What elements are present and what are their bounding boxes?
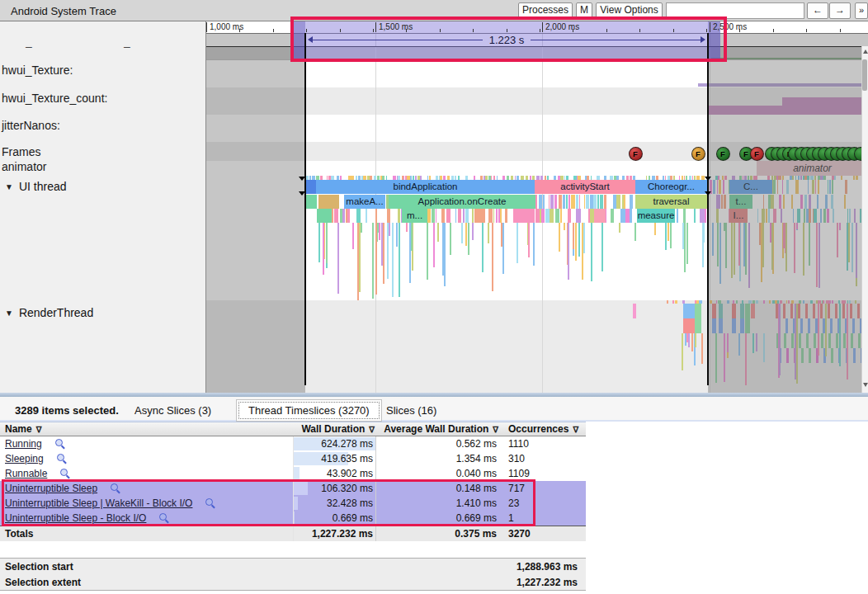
- trace-slice[interactable]: [622, 176, 625, 180]
- trace-slice[interactable]: [517, 223, 518, 263]
- trace-slice[interactable]: [382, 176, 384, 180]
- collapse-arrow-icon[interactable]: ▼: [5, 309, 13, 318]
- trace-slice[interactable]: [575, 223, 577, 261]
- scroll-up-icon[interactable]: [863, 50, 868, 54]
- selection-boundary-left[interactable]: [304, 33, 306, 385]
- trace-slice[interactable]: [702, 223, 704, 267]
- slice-bindApplication[interactable]: bindApplication: [316, 180, 535, 194]
- frame-marker-green[interactable]: F: [716, 147, 730, 161]
- trace-slice[interactable]: [331, 176, 334, 180]
- trace-slice[interactable]: [576, 209, 581, 223]
- table-row[interactable]: Sleeping419.635 ms1.354 ms310: [0, 451, 586, 466]
- trace-slice[interactable]: [496, 209, 498, 223]
- trace-slice[interactable]: [563, 195, 565, 209]
- trace-slice[interactable]: [493, 209, 494, 223]
- trace-slice[interactable]: [337, 176, 339, 180]
- trace-slice[interactable]: [695, 304, 701, 333]
- magnifier-icon[interactable]: [57, 454, 67, 464]
- slice-makeApplication[interactable]: makeA...: [344, 195, 385, 209]
- trace-slice[interactable]: [474, 209, 485, 223]
- collapsed-counter-dash[interactable]: –: [26, 40, 32, 53]
- trace-slice[interactable]: [427, 176, 428, 180]
- trace-slice[interactable]: [683, 318, 695, 333]
- trace-slice[interactable]: [526, 176, 529, 180]
- trace-slice[interactable]: [465, 176, 468, 180]
- trace-slice[interactable]: [683, 209, 686, 223]
- trace-slice[interactable]: [480, 176, 483, 180]
- row-name-link[interactable]: Runnable: [5, 468, 47, 479]
- trace-slice[interactable]: [573, 223, 574, 249]
- trace-slice[interactable]: [600, 195, 604, 209]
- trace-slice[interactable]: [436, 176, 438, 180]
- trace-slice[interactable]: [611, 209, 614, 223]
- trace-slice[interactable]: [493, 176, 495, 180]
- trace-slice[interactable]: [536, 176, 540, 180]
- selection-gripper[interactable]: [299, 191, 305, 196]
- trace-slice[interactable]: [559, 223, 560, 252]
- trace-slice[interactable]: [488, 223, 489, 243]
- trace-slice[interactable]: [306, 176, 309, 180]
- trace-slice[interactable]: [361, 223, 362, 233]
- trace-slice[interactable]: [334, 209, 338, 223]
- thread-label-renderthread[interactable]: ▼RenderThread: [5, 306, 93, 319]
- trace-slice[interactable]: [587, 176, 589, 180]
- trace-slice[interactable]: [472, 209, 474, 223]
- trace-slice[interactable]: [682, 333, 683, 370]
- sort-filter-icon[interactable]: ∇: [573, 425, 578, 434]
- collapsed-counter-dash[interactable]: –: [124, 40, 130, 53]
- trace-slice[interactable]: [356, 209, 361, 223]
- trace-slice[interactable]: [673, 176, 675, 180]
- trace-slice[interactable]: [539, 195, 542, 209]
- trace-slice[interactable]: [367, 176, 370, 180]
- collapse-arrow-icon[interactable]: ▼: [5, 182, 13, 191]
- selection-boundary-right[interactable]: [707, 33, 709, 385]
- trace-slice[interactable]: [535, 195, 537, 209]
- slice-small[interactable]: [318, 195, 339, 209]
- trace-slice[interactable]: [695, 333, 696, 347]
- slice-measure[interactable]: measure: [637, 209, 675, 223]
- trace-slice[interactable]: [591, 223, 592, 281]
- trace-slice[interactable]: [521, 176, 524, 180]
- trace-slice[interactable]: [458, 209, 461, 223]
- trace-slice[interactable]: [458, 176, 460, 180]
- trace-slice[interactable]: [586, 195, 589, 209]
- trace-slice[interactable]: [528, 223, 530, 257]
- trace-slice[interactable]: [450, 223, 451, 255]
- back-arrow-button[interactable]: ←: [807, 2, 828, 19]
- trace-slice[interactable]: [363, 176, 366, 180]
- trace-slice[interactable]: [694, 209, 695, 223]
- trace-slice[interactable]: [463, 209, 465, 223]
- trace-slice[interactable]: [564, 176, 565, 180]
- trace-slice[interactable]: [540, 176, 543, 180]
- trace-slice[interactable]: [429, 176, 431, 180]
- trace-slice[interactable]: [351, 176, 354, 180]
- trace-slice[interactable]: [646, 176, 648, 180]
- slice-small[interactable]: [306, 180, 316, 194]
- trace-slice[interactable]: [389, 223, 390, 236]
- trace-slice[interactable]: [461, 223, 463, 243]
- trace-slice[interactable]: [560, 176, 564, 180]
- trace-slice[interactable]: [677, 209, 678, 223]
- trace-slice[interactable]: [377, 176, 380, 180]
- trace-slice[interactable]: [393, 176, 396, 180]
- trace-slice[interactable]: [652, 176, 654, 180]
- trace-slice[interactable]: [436, 209, 436, 223]
- trace-slice[interactable]: [564, 223, 565, 230]
- trace-slice[interactable]: [513, 209, 535, 223]
- slice-application-onCreate[interactable]: Application.onCreate: [389, 195, 535, 209]
- trace-slice[interactable]: [502, 176, 505, 180]
- trace-slice[interactable]: [679, 176, 681, 180]
- trace-slice[interactable]: [633, 304, 636, 318]
- slice-activityStart[interactable]: activityStart: [535, 180, 635, 194]
- trace-slice[interactable]: [630, 209, 632, 223]
- slice-choreographer[interactable]: Choreogr...: [635, 180, 707, 194]
- trace-slice[interactable]: [372, 223, 374, 299]
- trace-slice[interactable]: [559, 195, 562, 209]
- trace-slice[interactable]: [694, 176, 696, 180]
- trace-slice[interactable]: [410, 176, 412, 180]
- trace-slice[interactable]: [482, 223, 484, 272]
- selection-gripper[interactable]: [705, 191, 711, 196]
- trace-slice[interactable]: [670, 176, 672, 180]
- trace-slice[interactable]: [568, 223, 569, 280]
- trace-slice[interactable]: [440, 176, 441, 180]
